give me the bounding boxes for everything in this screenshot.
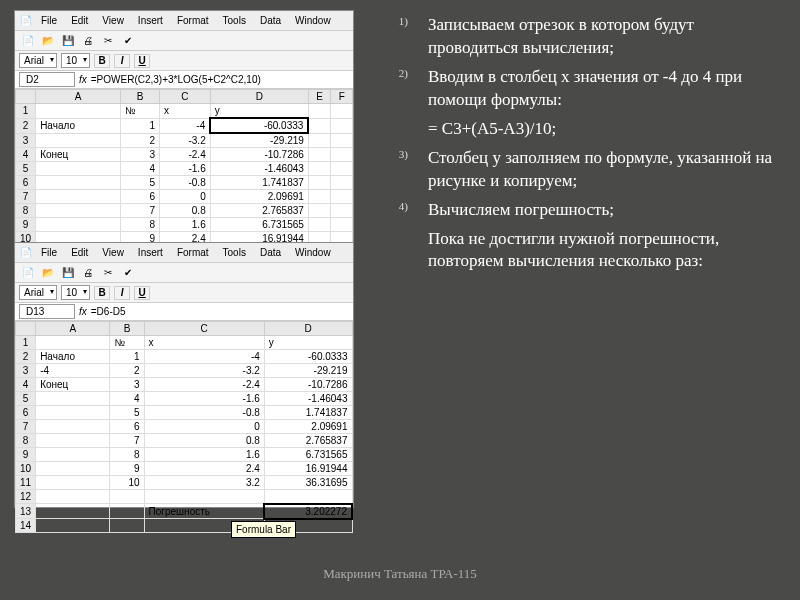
- cell[interactable]: -60.0333: [210, 118, 308, 133]
- row-header[interactable]: 7: [16, 420, 36, 434]
- cell[interactable]: 36.31695: [264, 476, 352, 490]
- cell[interactable]: -29.219: [210, 133, 308, 148]
- row-header[interactable]: 10: [16, 462, 36, 476]
- formula-input[interactable]: =POWER(C2,3)+3*LOG(5+C2^C2,10): [91, 74, 349, 85]
- row-header[interactable]: 8: [16, 434, 36, 448]
- row-header[interactable]: 8: [16, 204, 36, 218]
- open-icon[interactable]: 📂: [39, 33, 57, 49]
- cell[interactable]: 9: [110, 462, 144, 476]
- cell[interactable]: 7: [120, 204, 159, 218]
- cell[interactable]: [36, 336, 110, 350]
- row-header[interactable]: 9: [16, 448, 36, 462]
- row-header[interactable]: 9: [16, 218, 36, 232]
- cell[interactable]: [110, 504, 144, 519]
- row-header[interactable]: 7: [16, 190, 36, 204]
- cell[interactable]: [308, 190, 331, 204]
- cell[interactable]: [308, 148, 331, 162]
- cell[interactable]: -1.46043: [210, 162, 308, 176]
- menu-insert[interactable]: Insert: [132, 245, 169, 260]
- row-header[interactable]: 1: [16, 104, 36, 119]
- bold-icon[interactable]: B: [94, 54, 110, 68]
- cell[interactable]: [36, 420, 110, 434]
- underline-icon[interactable]: U: [134, 54, 150, 68]
- cell[interactable]: 6: [120, 190, 159, 204]
- cell[interactable]: [36, 392, 110, 406]
- cell[interactable]: [36, 476, 110, 490]
- save-icon[interactable]: 💾: [59, 33, 77, 49]
- font-size-select[interactable]: 10: [61, 285, 90, 300]
- cell[interactable]: y: [210, 104, 308, 119]
- menu-view[interactable]: View: [96, 245, 130, 260]
- cell[interactable]: -2.4: [144, 378, 264, 392]
- cell[interactable]: 6: [110, 420, 144, 434]
- cell[interactable]: [331, 118, 353, 133]
- column-header[interactable]: C: [144, 322, 264, 336]
- cell[interactable]: 6.731565: [264, 448, 352, 462]
- column-header[interactable]: D: [264, 322, 352, 336]
- sheet-grid[interactable]: ABCD1№xy2Начало1-4-60.03333-42-3.2-29.21…: [15, 321, 353, 533]
- cell[interactable]: [331, 162, 353, 176]
- cell[interactable]: 8: [110, 448, 144, 462]
- cell[interactable]: [36, 504, 110, 519]
- column-header[interactable]: D: [210, 90, 308, 104]
- cell[interactable]: -1.6: [144, 392, 264, 406]
- cell[interactable]: [110, 490, 144, 504]
- cell[interactable]: 5: [120, 176, 159, 190]
- cell[interactable]: [36, 104, 121, 119]
- cell[interactable]: 6.731565: [210, 218, 308, 232]
- menu-insert[interactable]: Insert: [132, 13, 169, 28]
- cell[interactable]: [331, 204, 353, 218]
- row-header[interactable]: 3: [16, 364, 36, 378]
- cell[interactable]: -0.8: [159, 176, 210, 190]
- column-header[interactable]: [16, 90, 36, 104]
- cell[interactable]: [36, 490, 110, 504]
- cell[interactable]: 3.2: [144, 476, 264, 490]
- menu-format[interactable]: Format: [171, 13, 215, 28]
- menu-edit[interactable]: Edit: [65, 245, 94, 260]
- cell[interactable]: -1.6: [159, 162, 210, 176]
- cell[interactable]: 5: [110, 406, 144, 420]
- cell[interactable]: 2.09691: [210, 190, 308, 204]
- sheet-grid[interactable]: ABCDEF1№xy2Начало1-4-60.033332-3.2-29.21…: [15, 89, 353, 260]
- cell[interactable]: [36, 519, 110, 533]
- menu-file[interactable]: File: [35, 245, 63, 260]
- cell[interactable]: [331, 218, 353, 232]
- cell[interactable]: -3.2: [159, 133, 210, 148]
- new-icon[interactable]: 📄: [19, 33, 37, 49]
- cell[interactable]: -2.4: [159, 148, 210, 162]
- menu-window[interactable]: Window: [289, 13, 337, 28]
- cell[interactable]: [36, 434, 110, 448]
- menu-data[interactable]: Data: [254, 13, 287, 28]
- menu-file[interactable]: File: [35, 13, 63, 28]
- cell[interactable]: [308, 162, 331, 176]
- menu-tools[interactable]: Tools: [217, 13, 252, 28]
- cell[interactable]: y: [264, 336, 352, 350]
- cell[interactable]: Начало: [36, 118, 121, 133]
- name-box[interactable]: D2: [19, 72, 75, 87]
- cell[interactable]: -10.7286: [210, 148, 308, 162]
- cell[interactable]: [36, 190, 121, 204]
- column-header[interactable]: A: [36, 90, 121, 104]
- row-header[interactable]: 13: [16, 504, 36, 519]
- row-header[interactable]: 3: [16, 133, 36, 148]
- menu-view[interactable]: View: [96, 13, 130, 28]
- name-box[interactable]: D13: [19, 304, 75, 319]
- cell[interactable]: 1: [110, 350, 144, 364]
- cut-icon[interactable]: ✂: [99, 33, 117, 49]
- menu-edit[interactable]: Edit: [65, 13, 94, 28]
- open-icon[interactable]: 📂: [39, 265, 57, 281]
- cell[interactable]: 1.6: [159, 218, 210, 232]
- cell[interactable]: 2.4: [144, 462, 264, 476]
- cell[interactable]: 2.09691: [264, 420, 352, 434]
- column-header[interactable]: [16, 322, 36, 336]
- cell[interactable]: [308, 118, 331, 133]
- font-size-select[interactable]: 10: [61, 53, 90, 68]
- cell[interactable]: -29.219: [264, 364, 352, 378]
- row-header[interactable]: 6: [16, 176, 36, 190]
- row-header[interactable]: 1: [16, 336, 36, 350]
- cell[interactable]: [331, 176, 353, 190]
- row-header[interactable]: 4: [16, 378, 36, 392]
- cell[interactable]: [308, 176, 331, 190]
- menu-tools[interactable]: Tools: [217, 245, 252, 260]
- cell[interactable]: [308, 204, 331, 218]
